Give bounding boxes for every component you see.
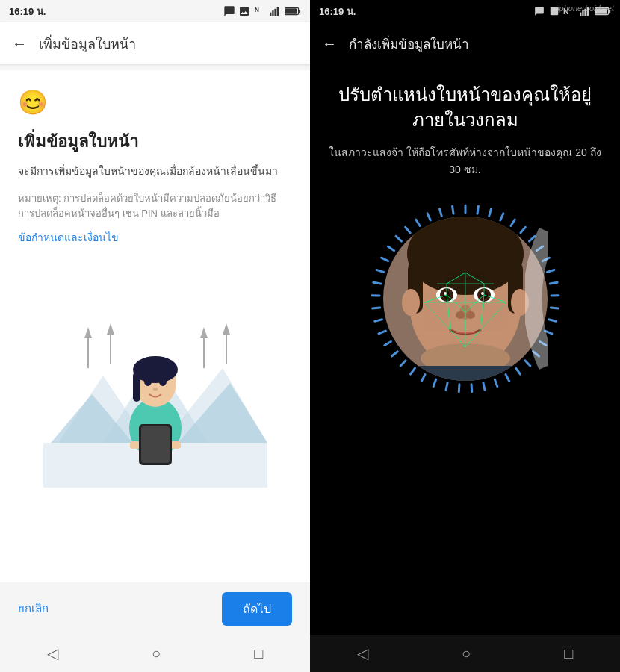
next-button[interactable]: ถัดไป xyxy=(222,592,292,626)
left-nav-bar: ◁ ○ □ xyxy=(0,635,310,672)
svg-line-71 xyxy=(400,361,406,366)
svg-rect-29 xyxy=(170,441,181,449)
message-icon xyxy=(223,5,235,17)
svg-line-85 xyxy=(427,214,430,220)
svg-line-80 xyxy=(381,258,388,261)
svg-line-65 xyxy=(471,385,472,392)
svg-point-104 xyxy=(456,311,465,319)
left-content-area: 😊 เพิ่มข้อมูลใบหน้า จะมีการเพิ่มข้อมูลใบ… xyxy=(0,70,310,582)
svg-line-53 xyxy=(550,282,557,284)
svg-line-76 xyxy=(372,308,379,308)
svg-line-44 xyxy=(477,206,478,214)
instruction-title: ปรับตำแหน่งใบหน้าของคุณให้อยู่ ภายในวงกล… xyxy=(328,82,602,132)
svg-rect-4 xyxy=(277,7,279,16)
right-content: ปรับตำแหน่งใบหน้าของคุณให้อยู่ ภายในวงกล… xyxy=(310,64,620,635)
svg-line-67 xyxy=(446,382,447,390)
right-message-icon xyxy=(533,6,545,16)
svg-rect-2 xyxy=(272,10,273,16)
svg-line-79 xyxy=(376,270,384,272)
svg-line-46 xyxy=(500,214,503,220)
svg-line-81 xyxy=(388,246,394,251)
right-back-nav-button[interactable]: ◁ xyxy=(357,644,368,662)
battery-icon xyxy=(285,7,301,16)
watermark: iphonedroid.net xyxy=(557,4,614,13)
svg-rect-36 xyxy=(580,13,581,16)
left-status-icons: N xyxy=(223,5,301,17)
svg-point-33 xyxy=(159,377,167,386)
svg-marker-14 xyxy=(84,327,92,338)
svg-point-105 xyxy=(466,311,475,319)
instruction-subtitle: ในสภาวะแสงจ้า ให้ถือโทรศัพท์ห่างจากใบหน้… xyxy=(328,144,602,178)
nfc-icon: N xyxy=(253,6,267,16)
right-home-nav-button[interactable]: ○ xyxy=(462,645,471,662)
svg-line-45 xyxy=(489,209,491,217)
svg-point-93 xyxy=(402,289,420,316)
face-scan-container xyxy=(368,202,562,396)
svg-line-52 xyxy=(547,270,554,272)
svg-rect-28 xyxy=(130,441,140,449)
left-top-bar-title: เพิ่มข้อมูลใบหน้า xyxy=(39,33,136,55)
svg-rect-3 xyxy=(274,9,276,16)
svg-point-34 xyxy=(153,388,158,391)
svg-line-56 xyxy=(548,320,556,321)
svg-marker-16 xyxy=(107,323,114,335)
svg-marker-20 xyxy=(223,323,230,335)
svg-rect-6 xyxy=(299,10,300,13)
svg-rect-1 xyxy=(270,13,271,16)
svg-line-63 xyxy=(495,379,497,386)
face-svg xyxy=(383,217,548,381)
right-back-button[interactable]: ← xyxy=(322,35,337,52)
svg-line-74 xyxy=(379,331,385,334)
svg-marker-18 xyxy=(200,327,208,338)
left-status-bar: 16:19 น. N xyxy=(0,0,310,22)
svg-line-55 xyxy=(551,308,558,308)
right-recent-nav-button[interactable]: □ xyxy=(564,645,573,662)
right-top-bar-title: กำลังเพิ่มข้อมูลใบหน้า xyxy=(349,34,469,54)
svg-line-84 xyxy=(415,220,419,225)
description-text: จะมีการเพิ่มข้อมูลใบหน้าของคุณเมื่อกล้อง… xyxy=(18,164,292,179)
note-text: หมายเหตุ: การปลดล็อคด้วยใบหน้ามีความปลอด… xyxy=(18,191,292,220)
svg-line-73 xyxy=(384,341,391,345)
right-status-time: 16:19 น. xyxy=(319,4,356,19)
right-top-bar: ← กำลังเพิ่มข้อมูลใบหน้า xyxy=(310,22,620,64)
terms-link[interactable]: ข้อกำหนดและเงื่อนไข xyxy=(18,229,292,246)
face-illustration xyxy=(43,279,267,488)
right-nav-bar: ◁ ○ □ xyxy=(310,635,620,672)
face-emoji-icon: 😊 xyxy=(18,88,292,116)
left-status-time: 16:19 น. xyxy=(9,4,46,19)
svg-line-61 xyxy=(515,368,520,374)
left-back-button[interactable]: ← xyxy=(12,35,27,52)
recent-nav-button[interactable]: □ xyxy=(254,645,263,662)
svg-line-78 xyxy=(373,282,380,284)
svg-line-72 xyxy=(391,352,397,356)
left-top-bar: ← เพิ่มข้อมูลใบหน้า xyxy=(0,22,310,64)
svg-point-98 xyxy=(444,292,447,295)
illustration-area xyxy=(18,264,292,488)
svg-rect-25 xyxy=(133,372,140,402)
face-circle xyxy=(383,217,548,381)
svg-line-47 xyxy=(510,220,514,225)
svg-line-70 xyxy=(410,368,415,374)
svg-rect-31 xyxy=(141,426,170,463)
cancel-button[interactable]: ยกเลิก xyxy=(18,600,49,617)
home-nav-button[interactable]: ○ xyxy=(152,645,161,662)
svg-point-102 xyxy=(481,292,484,295)
back-nav-button[interactable]: ◁ xyxy=(47,644,58,662)
svg-line-62 xyxy=(505,375,509,382)
light-arc xyxy=(525,217,548,381)
left-panel: 16:19 น. N ← เพิ่มข้อมูลใบหน้า xyxy=(0,0,310,672)
image-icon xyxy=(238,5,250,17)
svg-rect-7 xyxy=(285,8,297,14)
svg-line-64 xyxy=(483,382,484,390)
svg-point-32 xyxy=(144,377,152,386)
svg-line-75 xyxy=(374,320,382,321)
left-bottom-bar: ยกเลิก ถัดไป xyxy=(0,582,310,635)
svg-line-66 xyxy=(459,385,459,392)
svg-line-69 xyxy=(421,375,425,382)
svg-text:N: N xyxy=(255,7,259,13)
svg-line-68 xyxy=(433,379,435,386)
right-panel: iphonedroid.net 16:19 น. N ← กำลังเพิ่มข… xyxy=(310,0,620,672)
svg-line-83 xyxy=(405,227,409,233)
svg-line-82 xyxy=(396,236,401,241)
main-title: เพิ่มข้อมูลใบหน้า xyxy=(18,128,292,155)
